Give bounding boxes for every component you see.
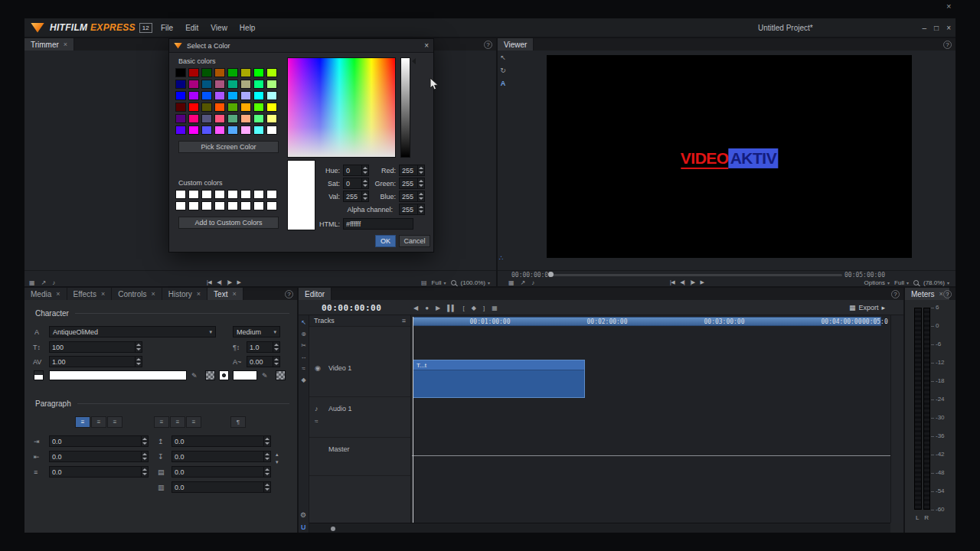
basic-color-swatch[interactable] — [266, 114, 277, 123]
ok-button[interactable]: OK — [375, 235, 396, 247]
editor-tool-icon[interactable]: ✂ — [301, 342, 306, 349]
tab-controls[interactable]: Controls× — [112, 288, 162, 300]
custom-color-swatch[interactable] — [253, 201, 264, 210]
add-custom-colors-button[interactable]: Add to Custom Colors — [178, 217, 279, 229]
custom-color-swatch[interactable] — [188, 201, 199, 210]
basic-color-swatch[interactable] — [253, 80, 264, 89]
tab-editor[interactable]: Editor — [299, 288, 332, 300]
basic-color-swatch[interactable] — [188, 68, 199, 77]
basic-color-swatch[interactable] — [253, 103, 264, 112]
spinner-buttons[interactable] — [417, 178, 424, 188]
spinner-buttons[interactable] — [417, 191, 424, 201]
basic-color-swatch[interactable] — [214, 103, 225, 112]
dialog-close-icon[interactable]: × — [424, 41, 429, 50]
val-spinner[interactable]: 255 — [343, 191, 369, 202]
transport-button[interactable]: |▶ — [227, 279, 231, 285]
basic-color-swatch[interactable] — [201, 80, 212, 89]
basic-color-swatch[interactable] — [266, 80, 277, 89]
export-button[interactable]: ▦ Export ▸ — [849, 304, 885, 311]
custom-color-swatch[interactable] — [253, 190, 264, 199]
sat-spinner[interactable]: 0 — [343, 178, 369, 189]
trimmer-footer-icon[interactable]: ♪ — [52, 279, 55, 286]
tab-effects[interactable]: Effects× — [67, 288, 113, 300]
tab-media[interactable]: Media× — [24, 288, 67, 300]
seek-track[interactable] — [547, 274, 842, 276]
tab-viewer[interactable]: Viewer — [498, 38, 534, 51]
eyedropper-icon[interactable]: ✎ — [191, 372, 198, 380]
menu-item[interactable]: File — [161, 24, 173, 32]
editor-tool-icon[interactable]: ⊕ — [301, 331, 306, 337]
paragraph-spacing-spinner[interactable]: 0.0 — [172, 466, 271, 478]
font-size-spinner[interactable]: 100 — [49, 341, 142, 353]
timeline[interactable]: 00:01:00:00 00:02:00:00 00:03:00:00 00:0… — [412, 315, 890, 523]
horizontal-scrollbar[interactable] — [309, 523, 890, 533]
custom-color-swatch[interactable] — [227, 201, 238, 210]
custom-color-swatch[interactable] — [201, 190, 212, 199]
fill-color-swatch[interactable] — [49, 370, 187, 380]
help-icon[interactable]: ? — [484, 41, 492, 49]
space-before-spinner[interactable]: 0.0 — [172, 435, 271, 447]
pick-screen-color-button[interactable]: Pick Screen Color — [178, 141, 279, 153]
basic-color-swatch[interactable] — [253, 114, 264, 123]
basic-color-swatch[interactable] — [201, 114, 212, 123]
gear-icon[interactable]: ⚙ — [300, 511, 306, 519]
basic-color-swatch[interactable] — [175, 91, 186, 100]
spinner-buttons[interactable] — [263, 482, 270, 492]
orbit-tool-icon[interactable]: ↻ — [500, 67, 506, 74]
transparency-icon[interactable] — [205, 370, 215, 380]
fill-color-icon[interactable] — [34, 370, 44, 380]
spinner-buttons[interactable] — [141, 467, 148, 477]
cancel-button[interactable]: Cancel — [399, 235, 430, 247]
indent-left-spinner[interactable]: 0.0 — [49, 435, 149, 447]
tab-close-icon[interactable]: × — [232, 290, 236, 298]
transport-button[interactable]: ▶ — [237, 279, 241, 285]
basic-color-swatch[interactable] — [240, 114, 251, 123]
help-icon[interactable]: ? — [285, 290, 293, 298]
eyedropper-icon[interactable]: ✎ — [262, 372, 268, 380]
tab-close-icon[interactable]: × — [197, 290, 201, 298]
basic-color-swatch[interactable] — [214, 91, 225, 100]
text-direction-button[interactable]: ¶ — [230, 416, 246, 428]
vertical-scrollbar[interactable] — [890, 315, 903, 523]
help-icon[interactable]: ? — [891, 290, 900, 298]
viewer-corner-handle[interactable]: ∴ — [499, 254, 504, 262]
justify-center-button[interactable]: ≡ — [170, 416, 185, 428]
spinner-buttons[interactable] — [417, 204, 424, 214]
value-slider-handle[interactable] — [412, 58, 416, 64]
eye-icon[interactable]: ◉ — [315, 364, 321, 372]
basic-color-swatch[interactable] — [227, 126, 238, 135]
basic-color-swatch[interactable] — [227, 68, 238, 77]
audio-track-header[interactable]: ♪ Audio 1 ≈ — [309, 397, 410, 438]
trimmer-footer-icon[interactable]: ↗ — [41, 279, 47, 286]
basic-color-swatch[interactable] — [227, 114, 238, 123]
tab-text[interactable]: Text× — [207, 288, 243, 300]
spinner-buttons[interactable] — [135, 357, 142, 367]
justify-left-button[interactable]: ≡ — [154, 416, 169, 428]
tab-close-icon[interactable]: × — [151, 290, 155, 298]
tab-close-icon[interactable]: × — [101, 290, 105, 298]
link-down-icon[interactable]: ▾ — [276, 459, 279, 465]
minimize-button[interactable]: – — [923, 24, 927, 32]
basic-color-swatch[interactable] — [201, 68, 212, 77]
spinner-buttons[interactable] — [141, 452, 148, 461]
tracks-menu-icon[interactable]: ≡ — [402, 317, 406, 324]
basic-color-swatch[interactable] — [201, 91, 212, 100]
alpha-spinner[interactable]: 255 — [399, 204, 425, 215]
basic-color-swatch[interactable] — [227, 103, 238, 112]
tracking-spinner[interactable]: 1.00 — [49, 356, 142, 367]
blue-spinner[interactable]: 255 — [399, 191, 425, 202]
clip-header[interactable]: T...t — [413, 360, 584, 370]
red-spinner[interactable]: 255 — [399, 165, 425, 176]
basic-color-swatch[interactable] — [188, 103, 199, 112]
master-track-header[interactable]: Master — [309, 438, 410, 476]
editor-toolbar-icon[interactable]: ] — [483, 305, 485, 311]
scale-dropdown[interactable]: Full▾ — [894, 279, 909, 286]
custom-color-swatch[interactable] — [214, 190, 225, 199]
editor-tool-icon[interactable]: ↔ — [301, 354, 307, 360]
html-color-input[interactable] — [343, 218, 413, 230]
link-up-icon[interactable]: ▴ — [276, 452, 279, 458]
basic-color-swatch[interactable] — [175, 114, 186, 123]
basic-color-swatch[interactable] — [253, 68, 264, 77]
spinner-buttons[interactable] — [263, 452, 270, 461]
scale-dropdown[interactable]: Full▾ — [432, 279, 446, 286]
